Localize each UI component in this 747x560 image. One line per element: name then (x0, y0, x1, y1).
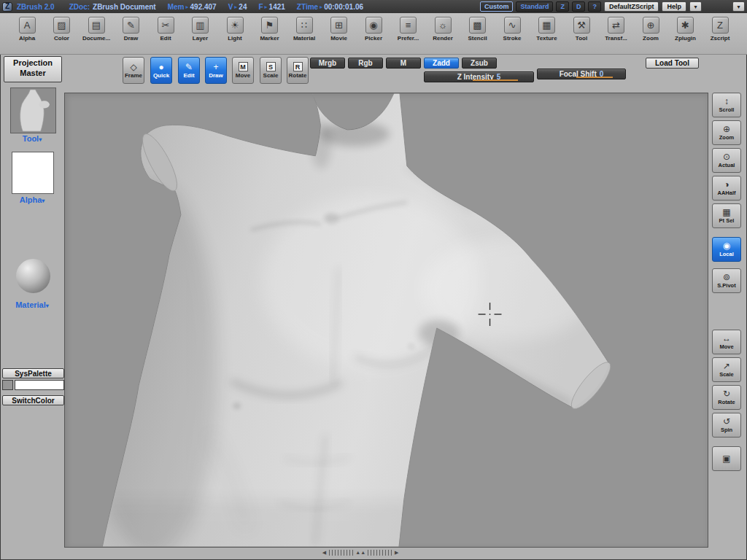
color-strip[interactable] (15, 380, 64, 390)
spin-button[interactable]: ↺ Spin (712, 413, 741, 438)
light-palette-icon: ☀ (227, 17, 244, 34)
window-shade-right-icon[interactable]: ▾ (732, 1, 745, 12)
alpha-palette-icon: A (19, 17, 36, 34)
local-label: Local (719, 251, 734, 257)
dock-move-button[interactable]: ↔ Move (712, 330, 741, 354)
palette-item-edit[interactable]: ✂Edit (149, 17, 182, 54)
palette-item-stroke[interactable]: ∿Stroke (495, 17, 529, 54)
current-tool-thumbnail[interactable] (10, 88, 56, 133)
palette-item-document[interactable]: ▤Docume... (80, 17, 113, 54)
zbrush-logo-icon: Z (2, 2, 12, 12)
window-shade-icon[interactable]: ▾ (689, 1, 702, 12)
document-canvas[interactable] (64, 93, 708, 548)
palette-label: Stroke (503, 35, 522, 42)
palette-item-material[interactable]: ∷Material (287, 17, 321, 54)
sculpt-viewport (65, 93, 708, 547)
move-mode-button[interactable]: M Move (232, 57, 254, 84)
palette-label: Alpha (19, 35, 35, 42)
projection-master-button[interactable]: Projection Master (4, 56, 62, 82)
palette-label: Render (433, 35, 453, 42)
palette-item-texture[interactable]: ▦Texture (530, 17, 564, 54)
scroll-button[interactable]: ↕ Scroll (712, 93, 741, 117)
zoom-button[interactable]: ⊕ Zoom (712, 120, 741, 145)
palette-item-draw[interactable]: ✎Draw (115, 17, 148, 54)
canvas-hscrollbar[interactable]: ◀ ▲▲ ▶ (322, 550, 399, 556)
default-zscript-button[interactable]: DefaultZScript (604, 1, 659, 12)
syspalette-button[interactable]: SysPalette (2, 368, 64, 378)
z-intensity-slider[interactable]: Z Intensity 5 (424, 71, 534, 82)
right-dock: ↕ Scroll ⊕ Zoom ⊙ Actual ◑ AAHalf ▦ Pt S… (711, 93, 744, 474)
aahalf-button[interactable]: ◑ AAHalf (712, 176, 741, 201)
zintensity-quick-button[interactable]: Z (556, 1, 569, 12)
move-letter-icon: M (239, 62, 248, 71)
chevron-down-icon: ▾ (42, 198, 44, 204)
dock-rotate-button[interactable]: ↻ Rotate (712, 385, 741, 410)
render-palette-icon: ☼ (435, 17, 452, 34)
palette-item-render[interactable]: ☼Render (426, 17, 460, 54)
palette-item-tool[interactable]: ⚒Tool (565, 17, 598, 54)
scroll-hand-icon: ↕ (724, 97, 729, 106)
standard-ui-button[interactable]: Standard (516, 1, 553, 12)
palette-label: Movie (330, 35, 347, 42)
focal-shift-slider[interactable]: Focal Shift 0 (537, 69, 626, 79)
alpha-popup-label[interactable]: Alpha▾ (0, 195, 64, 204)
help-button[interactable]: Help (662, 1, 686, 12)
palette-label: Layer (193, 35, 208, 42)
local-transform-button[interactable]: ◉ Local (712, 237, 741, 262)
snapshot-button[interactable]: ▣ (712, 446, 741, 471)
tool-preview-image (11, 88, 55, 133)
vertex-stat: V ▸ 24 (228, 3, 247, 11)
frame-button[interactable]: ◇ Frame (123, 57, 144, 84)
scale-mode-button[interactable]: S Scale (260, 57, 282, 84)
palette-item-marker[interactable]: ⚑Marker (253, 17, 287, 54)
stencil-palette-icon: ▩ (469, 17, 486, 34)
scroll-right-icon: ▶ (395, 550, 398, 556)
palette-item-zscript[interactable]: ZZscript (703, 17, 737, 54)
actual-size-button[interactable]: ⊙ Actual (712, 148, 741, 173)
quick-3d-edit-button[interactable]: ● Quick (150, 57, 172, 84)
palette-label: Light (228, 35, 242, 42)
stat-arrow-icon: ▸ (265, 4, 268, 10)
switchcolor-button[interactable]: SwitchColor (2, 395, 64, 405)
dock-scale-button[interactable]: ↗ Scale (712, 357, 741, 382)
frame-icon: ◇ (130, 63, 136, 71)
palette-item-movie[interactable]: ⊞Movie (322, 17, 356, 54)
actual-label: Actual (719, 162, 735, 168)
point-selection-button[interactable]: ▦ Pt Sel (712, 203, 741, 228)
palette-item-transform[interactable]: ⇄Transf... (600, 17, 633, 54)
palette-item-alpha[interactable]: AAlpha (10, 17, 44, 54)
palette-item-layer[interactable]: ▥Layer (184, 17, 217, 54)
palette-item-zplugin[interactable]: ✱Zplugin (669, 17, 703, 54)
palette-item-color[interactable]: ▨Color (45, 17, 79, 54)
zdoc-label: ZDoc: (69, 3, 90, 11)
draw-mode-button[interactable]: + Draw (205, 57, 227, 84)
texture-palette-icon: ▦ (538, 17, 555, 34)
current-material-thumbnail[interactable] (16, 259, 50, 293)
layer-palette-icon: ▥ (192, 17, 209, 34)
mrgb-button[interactable]: Mrgb (310, 58, 345, 69)
drawsize-quick-button[interactable]: D (572, 1, 586, 12)
tool-popup-label[interactable]: Tool▾ (0, 134, 64, 143)
scroll-left-icon: ◀ (322, 550, 326, 556)
palette-item-stencil[interactable]: ▩Stencil (461, 17, 495, 54)
palette-item-zoom[interactable]: ⊕Zoom (634, 17, 667, 54)
current-alpha-thumbnail[interactable] (12, 152, 54, 194)
quick-help-button[interactable]: ? (588, 1, 601, 12)
palette-label: Edit (160, 35, 171, 42)
load-tool-button[interactable]: Load Tool (646, 58, 699, 69)
titlebar: Z ZBrush 2.0 ZDoc: ZBrush Document Mem ▸… (0, 0, 747, 13)
palette-item-preferences[interactable]: ≡Prefer... (392, 17, 425, 54)
current-color-swatch[interactable] (2, 380, 13, 390)
m-button[interactable]: M (386, 58, 421, 69)
custom-ui-button[interactable]: Custom (480, 1, 514, 12)
rotate-mode-button[interactable]: R Rotate (287, 57, 309, 84)
material-popup-label[interactable]: Material▾ (0, 300, 64, 309)
set-pivot-button[interactable]: ⊚ S.Pivot (712, 268, 741, 293)
palette-item-picker[interactable]: ◉Picker (357, 17, 390, 54)
zsub-button[interactable]: Zsub (462, 58, 497, 69)
palette-item-light[interactable]: ☀Light (218, 17, 252, 54)
rgb-button[interactable]: Rgb (348, 58, 383, 69)
zadd-button[interactable]: Zadd (424, 58, 459, 69)
palette-label: Zoom (643, 35, 659, 42)
edit-mode-button[interactable]: ✎ Edit (178, 57, 200, 84)
